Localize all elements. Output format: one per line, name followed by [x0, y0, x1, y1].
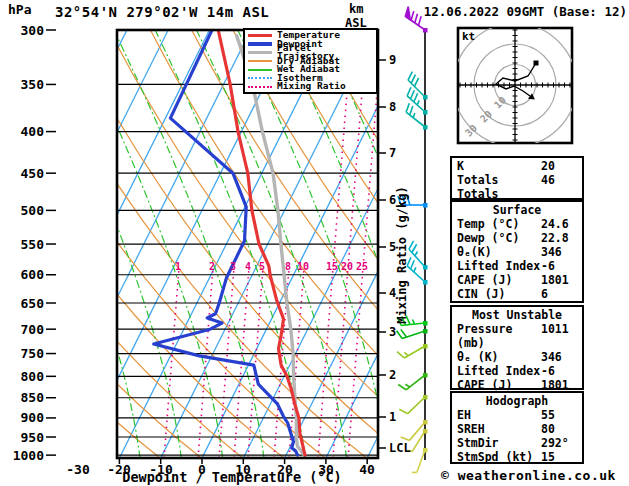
wind-barb-base-dot	[423, 373, 428, 378]
panel-row: SREH80	[452, 422, 582, 436]
legend-line-sample	[248, 77, 272, 79]
hodograph-unit-label: kt	[462, 30, 475, 43]
panel-row-value: 22.8	[541, 231, 578, 245]
panel-row-label: Pressure (mb)	[457, 322, 541, 350]
panel-row: Temp (°C)24.6	[452, 217, 582, 231]
wind-barb-staff	[408, 397, 425, 414]
indices-panel: Most UnstablePressure (mb)1011θₑ (K)346L…	[450, 305, 584, 390]
wind-barb-full	[408, 72, 412, 80]
copyright-footer: © weatheronline.co.uk	[441, 468, 616, 483]
wind-barb-staff	[406, 112, 425, 127]
indices-panel: K20Totals Totals46PW (cm)3.52	[450, 156, 584, 200]
legend-line-sample	[248, 34, 272, 38]
legend-line-sample	[248, 42, 272, 46]
wind-barb-staff	[406, 375, 425, 390]
panel-row-label: Dewp (°C)	[457, 231, 519, 245]
panel-row: EH55	[452, 408, 582, 422]
station-title: 32°54'N 279°02'W 14m ASL	[55, 4, 269, 20]
panel-row-value: -6	[541, 364, 578, 378]
km-tick-label: 3	[389, 325, 396, 339]
pressure-tick-label: 750	[2, 346, 44, 361]
panel-row: CAPE (J)1801	[452, 273, 582, 287]
panel-row-label: CIN (J)	[457, 287, 505, 301]
panel-row: θₑ(K)346	[452, 245, 582, 259]
km-tick-label: 1	[389, 410, 396, 424]
wind-barb	[397, 344, 427, 358]
wind-barb-full	[411, 75, 415, 83]
wind-barb-full	[407, 87, 411, 96]
wind-barb-half	[417, 100, 419, 105]
panel-row: θₑ (K)346	[452, 350, 582, 364]
panel-row-label: EH	[457, 408, 471, 422]
legend-item: Mixing Ratio	[248, 82, 373, 90]
km-tick-label: 2	[389, 368, 396, 382]
pressure-tick-label: 650	[2, 296, 44, 311]
wind-barb-full	[397, 352, 404, 358]
panel-row-label: Lifted Index	[457, 259, 540, 273]
hodograph-trace-start	[534, 61, 539, 66]
wind-barb-half	[404, 352, 408, 355]
panel-row-value: 346	[541, 350, 578, 364]
wind-barb-full	[414, 93, 418, 102]
wind-barb-full	[409, 241, 414, 249]
wet-adiabat-line	[610, 30, 629, 458]
wind-barb-base-dot	[423, 420, 428, 425]
wind-barb-base-dot	[423, 344, 428, 349]
wind-barb-base-dot	[423, 125, 428, 130]
panel-row-label: StmDir	[457, 436, 499, 450]
pressure-tick-label: 950	[2, 430, 44, 445]
pressure-tick-label: 850	[2, 390, 44, 405]
panel-row-label: Totals Totals	[457, 173, 541, 201]
mixing-ratio-value-label: 1	[168, 261, 188, 272]
panel-title: Most Unstable	[452, 308, 582, 322]
wind-barb-base-dot	[423, 429, 428, 434]
legend-line-sample	[248, 60, 272, 62]
wind-barb-base-dot	[423, 329, 428, 334]
wind-barb-base-dot	[423, 395, 428, 400]
pressure-tick-label: 550	[2, 237, 44, 252]
panel-row-label: K	[457, 159, 464, 173]
pressure-tick-label: 800	[2, 369, 44, 384]
wind-barb	[397, 329, 428, 338]
legend-line-sample	[248, 86, 272, 88]
wind-barb-full	[411, 90, 415, 99]
panel-row: Pressure (mb)1011	[452, 322, 582, 350]
wind-barb-half	[414, 267, 416, 272]
legend-line-sample	[248, 51, 272, 55]
panel-row: K20	[452, 159, 582, 173]
wind-barb-base-dot	[423, 203, 428, 208]
panel-row-label: CAPE (J)	[457, 273, 512, 287]
panel-row-value: 1801	[541, 378, 578, 392]
mixing-ratio-value-label: 5	[252, 261, 272, 272]
wind-barb-half	[405, 384, 409, 387]
wind-barb-base-dot	[423, 280, 428, 285]
indices-panel: HodographEH55SREH80StmDir292°StmSpd (kt)…	[450, 391, 584, 464]
panel-row: CIN (J)6	[452, 287, 582, 301]
panel-row: Dewp (°C)22.8	[452, 231, 582, 245]
wind-barb-base-dot	[423, 265, 428, 270]
temp-axis-title: Dewpoint / Temperature (°C)	[82, 469, 382, 485]
pressure-tick-label: 450	[2, 166, 44, 181]
indices-panel: SurfaceTemp (°C)24.6Dewp (°C)22.8θₑ(K)34…	[450, 200, 584, 303]
wind-barb-staff	[417, 450, 425, 473]
panel-row-value: 346	[541, 245, 578, 259]
wind-barb-base-dot	[423, 448, 428, 453]
panel-row: Lifted Index-6	[452, 259, 582, 273]
km-tick-label: LCL	[389, 441, 411, 455]
mixing-ratio-value-label: 10	[293, 261, 313, 272]
panel-row: Totals Totals46	[452, 173, 582, 201]
pressure-tick-label: 600	[2, 267, 44, 282]
panel-row-value: 55	[541, 408, 578, 422]
panel-row-label: Temp (°C)	[457, 217, 519, 231]
wind-barb	[412, 448, 428, 473]
panel-title: Hodograph	[452, 394, 582, 408]
panel-row-value: -6	[541, 259, 578, 273]
wind-barb-full	[406, 103, 409, 112]
panel-row: StmSpd (kt)15	[452, 450, 582, 464]
wind-barb-base-dot	[423, 110, 428, 115]
panel-row-label: θₑ (K)	[457, 350, 499, 364]
dry-adiabat-line	[605, 30, 629, 458]
km-axis-unit: km	[349, 2, 363, 16]
panel-row-value: 46	[541, 173, 578, 201]
km-tick-label: 9	[389, 53, 396, 67]
